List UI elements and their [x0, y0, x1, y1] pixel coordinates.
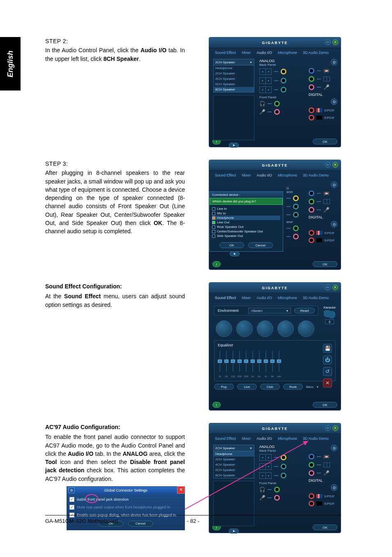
- tab-sound-effect[interactable]: Sound Effect: [215, 173, 236, 177]
- dd-item[interactable]: Headphone: [214, 65, 254, 71]
- reset-button[interactable]: Reset: [294, 308, 315, 313]
- popup-option[interactable]: Mic In: [212, 211, 280, 216]
- eq-slider[interactable]: [244, 349, 248, 374]
- digital-port[interactable]: [309, 230, 314, 236]
- jack-port[interactable]: [309, 190, 314, 196]
- popup-option[interactable]: Line In: [212, 207, 280, 211]
- ok-button[interactable]: OK: [313, 525, 337, 530]
- popup-option[interactable]: Line Out: [212, 220, 280, 225]
- tab-mixer[interactable]: Mixer: [242, 436, 251, 441]
- tab-microphone[interactable]: Microphone: [278, 173, 297, 177]
- digital-port[interactable]: [309, 237, 314, 243]
- play-button[interactable]: ▶: [229, 143, 239, 148]
- jack-port[interactable]: [309, 207, 314, 213]
- tab-3d-audio[interactable]: 3D Audio Demo: [303, 173, 329, 177]
- tab-sound-effect[interactable]: Sound Effect: [215, 296, 236, 300]
- titlebar[interactable]: GIGABYTE − ×: [209, 37, 341, 48]
- preset-club[interactable]: Club: [260, 384, 280, 390]
- dd-item[interactable]: 4CH Speaker: [214, 76, 254, 81]
- titlebar[interactable]: GIGABYTE −×: [209, 160, 341, 171]
- tab-audio-io[interactable]: Audio I/O: [256, 173, 272, 177]
- env-preset-icon[interactable]: [257, 320, 273, 337]
- eq-save-button[interactable]: 💾: [323, 344, 332, 353]
- preset-live[interactable]: Live: [237, 384, 257, 390]
- close-button[interactable]: ×: [332, 425, 338, 431]
- jack-port[interactable]: [309, 84, 314, 90]
- dd-item[interactable]: 2CH Speaker: [214, 457, 254, 462]
- tool-gear-icon[interactable]: ⚙: [331, 181, 337, 188]
- tab-sound-effect[interactable]: Sound Effect: [215, 436, 236, 441]
- tab-mixer[interactable]: Mixer: [242, 296, 251, 300]
- jack-port[interactable]: [309, 454, 314, 460]
- tab-sound-effect[interactable]: Sound Effect: [215, 51, 236, 55]
- jack-port[interactable]: [293, 204, 299, 209]
- jack-port[interactable]: [281, 464, 286, 469]
- popup-cancel-button[interactable]: Cancel: [248, 242, 273, 248]
- dd-item[interactable]: 8CH Speaker: [214, 473, 254, 478]
- dd-item[interactable]: 2CH Speaker: [214, 71, 254, 76]
- tool-gear-icon[interactable]: ⚙: [331, 98, 337, 105]
- jack-port[interactable]: [309, 76, 314, 82]
- jack-port[interactable]: [309, 199, 314, 204]
- tool-gear-icon[interactable]: ⚙: [331, 59, 337, 65]
- tab-microphone[interactable]: Microphone: [278, 51, 297, 55]
- jack-port[interactable]: [281, 78, 286, 84]
- tab-audio-io[interactable]: Audio I/O: [256, 436, 272, 441]
- eq-delete-button[interactable]: ✕: [323, 378, 332, 388]
- play-button[interactable]: ▶: [230, 251, 240, 256]
- jack-port[interactable]: [281, 473, 286, 478]
- environment-dropdown[interactable]: <None>▾: [248, 308, 291, 313]
- info-button[interactable]: i: [212, 402, 221, 408]
- tab-audio-io[interactable]: Audio I/O: [256, 296, 272, 300]
- chk-mute-rear[interactable]: ✓ Mute rear panel output when front head…: [69, 504, 182, 511]
- digital-port[interactable]: [309, 107, 314, 113]
- popup-option[interactable]: Side Speaker Out: [212, 234, 280, 238]
- eq-slider[interactable]: [224, 349, 228, 374]
- dd-item[interactable]: 4CH Speaker: [214, 462, 254, 467]
- digital-port[interactable]: [309, 501, 314, 506]
- popup-option-selected[interactable]: Headphone: [212, 216, 280, 220]
- tab-mixer[interactable]: Mixer: [242, 173, 251, 177]
- preset-bass[interactable]: Bass: [306, 385, 314, 389]
- chevron-down-icon[interactable]: ▾: [317, 385, 318, 389]
- tab-microphone[interactable]: Microphone: [278, 436, 297, 441]
- eq-slider[interactable]: [238, 349, 242, 374]
- tab-3d-audio[interactable]: 3D Audio Demo: [303, 436, 329, 441]
- env-preset-icon[interactable]: [216, 320, 232, 337]
- eq-slider[interactable]: [257, 349, 261, 374]
- karaoke-icon[interactable]: [324, 310, 335, 318]
- tab-mixer[interactable]: Mixer: [242, 51, 251, 55]
- tool-gear-icon[interactable]: ⚙: [331, 221, 337, 227]
- popup-option[interactable]: Rear Speaker Out: [212, 225, 280, 229]
- minimize-button[interactable]: −: [325, 39, 331, 45]
- ok-button[interactable]: OK: [313, 261, 337, 267]
- speaker-dropdown[interactable]: 2CH Speaker▼: [213, 445, 254, 451]
- digital-port[interactable]: [309, 115, 314, 121]
- dialog-header[interactable]: ⚙ Global Connector Settings ✕: [67, 487, 184, 494]
- eq-slider[interactable]: [264, 349, 268, 374]
- close-button[interactable]: ✕: [177, 486, 184, 494]
- env-preset-icon[interactable]: [298, 320, 314, 337]
- minimize-button[interactable]: −: [325, 425, 331, 431]
- eq-reset-button[interactable]: ↺: [323, 367, 332, 376]
- jack-port[interactable]: [309, 68, 314, 74]
- info-button[interactable]: i: [212, 261, 221, 267]
- dd-item[interactable]: Headphone: [214, 451, 254, 457]
- eq-slider[interactable]: [277, 349, 281, 374]
- chk-disable-front-panel[interactable]: ✓ isable front panel jack detection: [69, 496, 182, 504]
- dd-item[interactable]: 6CH Speaker: [214, 467, 254, 473]
- dd-item-8ch[interactable]: 8CH Speaker: [214, 87, 254, 92]
- jack-port[interactable]: [274, 109, 280, 115]
- popup-ok-button[interactable]: OK: [219, 242, 244, 248]
- close-button[interactable]: ×: [332, 162, 338, 168]
- tab-microphone[interactable]: Microphone: [278, 296, 297, 300]
- popup-option[interactable]: Center/Subwoofer Speaker Out: [212, 229, 280, 234]
- jack-port[interactable]: [309, 470, 314, 476]
- minimize-button[interactable]: −: [325, 162, 331, 168]
- karaoke-value[interactable]: 0: [325, 319, 334, 324]
- jack-port[interactable]: [274, 487, 280, 492]
- eq-slider[interactable]: [231, 349, 235, 374]
- tab-3d-audio[interactable]: 3D Audio Demo: [303, 296, 329, 300]
- eq-slider[interactable]: [251, 349, 255, 374]
- preset-rock[interactable]: Rock: [283, 384, 303, 390]
